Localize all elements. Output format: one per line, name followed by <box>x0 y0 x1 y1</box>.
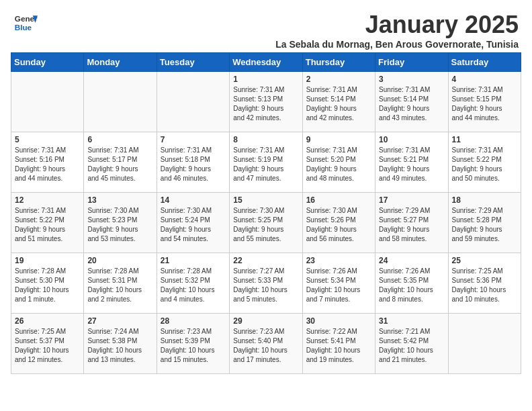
day-cell: 27Sunrise: 7:24 AM Sunset: 5:38 PM Dayli… <box>84 314 157 374</box>
week-row-1: 1Sunrise: 7:31 AM Sunset: 5:13 PM Daylig… <box>11 72 521 132</box>
day-cell: 13Sunrise: 7:30 AM Sunset: 5:23 PM Dayli… <box>84 193 157 253</box>
cell-info: Sunrise: 7:30 AM Sunset: 5:24 PM Dayligh… <box>161 206 226 244</box>
day-cell: 5Sunrise: 7:31 AM Sunset: 5:16 PM Daylig… <box>11 132 84 193</box>
day-number: 12 <box>15 195 80 205</box>
day-number: 1 <box>233 75 298 84</box>
cell-info: Sunrise: 7:31 AM Sunset: 5:16 PM Dayligh… <box>15 146 80 183</box>
location-subtitle: La Sebala du Mornag, Ben Arous Governora… <box>275 39 519 50</box>
day-number: 19 <box>15 256 80 265</box>
day-number: 3 <box>379 75 444 84</box>
day-cell: 18Sunrise: 7:29 AM Sunset: 5:28 PM Dayli… <box>448 193 521 253</box>
header-day-monday: Monday <box>84 53 157 72</box>
day-cell: 31Sunrise: 7:21 AM Sunset: 5:42 PM Dayli… <box>375 314 448 374</box>
header-day-sunday: Sunday <box>11 53 84 72</box>
cell-info: Sunrise: 7:28 AM Sunset: 5:30 PM Dayligh… <box>15 267 80 304</box>
day-number: 11 <box>452 135 517 144</box>
cell-info: Sunrise: 7:28 AM Sunset: 5:32 PM Dayligh… <box>161 267 226 304</box>
day-cell: 17Sunrise: 7:29 AM Sunset: 5:27 PM Dayli… <box>375 193 448 253</box>
day-number: 22 <box>233 256 298 265</box>
day-cell: 12Sunrise: 7:31 AM Sunset: 5:22 PM Dayli… <box>11 193 84 253</box>
day-cell <box>11 72 84 132</box>
logo: General Blue <box>13 11 38 35</box>
day-cell: 3Sunrise: 7:31 AM Sunset: 5:14 PM Daylig… <box>375 72 448 132</box>
cell-info: Sunrise: 7:22 AM Sunset: 5:41 PM Dayligh… <box>306 327 371 365</box>
cell-info: Sunrise: 7:31 AM Sunset: 5:14 PM Dayligh… <box>306 85 371 123</box>
cell-info: Sunrise: 7:31 AM Sunset: 5:13 PM Dayligh… <box>233 85 298 123</box>
day-number: 23 <box>306 256 371 265</box>
cell-info: Sunrise: 7:21 AM Sunset: 5:42 PM Dayligh… <box>379 327 444 365</box>
cell-info: Sunrise: 7:30 AM Sunset: 5:25 PM Dayligh… <box>233 206 298 244</box>
cell-info: Sunrise: 7:31 AM Sunset: 5:22 PM Dayligh… <box>452 146 517 183</box>
day-cell: 26Sunrise: 7:25 AM Sunset: 5:37 PM Dayli… <box>11 314 84 374</box>
day-number: 15 <box>233 195 298 205</box>
day-number: 8 <box>233 135 298 144</box>
cell-info: Sunrise: 7:29 AM Sunset: 5:28 PM Dayligh… <box>452 206 517 244</box>
day-number: 7 <box>161 135 226 144</box>
day-number: 13 <box>87 195 152 205</box>
day-cell: 23Sunrise: 7:26 AM Sunset: 5:34 PM Dayli… <box>302 253 375 314</box>
cell-info: Sunrise: 7:31 AM Sunset: 5:18 PM Dayligh… <box>161 146 226 183</box>
day-cell <box>157 72 229 132</box>
cell-info: Sunrise: 7:31 AM Sunset: 5:22 PM Dayligh… <box>15 206 80 244</box>
day-number: 16 <box>306 195 371 205</box>
header-day-tuesday: Tuesday <box>157 53 229 72</box>
week-row-2: 5Sunrise: 7:31 AM Sunset: 5:16 PM Daylig… <box>11 132 521 193</box>
week-row-5: 26Sunrise: 7:25 AM Sunset: 5:37 PM Dayli… <box>11 314 521 374</box>
day-cell: 20Sunrise: 7:28 AM Sunset: 5:31 PM Dayli… <box>84 253 157 314</box>
cell-info: Sunrise: 7:28 AM Sunset: 5:31 PM Dayligh… <box>87 267 152 304</box>
day-cell: 15Sunrise: 7:30 AM Sunset: 5:25 PM Dayli… <box>230 193 302 253</box>
page-header: General Blue January 2025 La Sebala du M… <box>0 0 532 52</box>
day-cell: 22Sunrise: 7:27 AM Sunset: 5:33 PM Dayli… <box>230 253 302 314</box>
cell-info: Sunrise: 7:31 AM Sunset: 5:14 PM Dayligh… <box>379 85 444 123</box>
day-cell: 9Sunrise: 7:31 AM Sunset: 5:20 PM Daylig… <box>302 132 375 193</box>
logo-icon: General Blue <box>13 11 38 35</box>
day-cell: 4Sunrise: 7:31 AM Sunset: 5:15 PM Daylig… <box>448 72 521 132</box>
day-cell: 24Sunrise: 7:26 AM Sunset: 5:35 PM Dayli… <box>375 253 448 314</box>
cell-info: Sunrise: 7:26 AM Sunset: 5:34 PM Dayligh… <box>306 267 371 304</box>
header-day-wednesday: Wednesday <box>230 53 302 72</box>
cell-info: Sunrise: 7:25 AM Sunset: 5:36 PM Dayligh… <box>452 267 517 304</box>
day-number: 31 <box>379 316 444 326</box>
day-cell: 29Sunrise: 7:23 AM Sunset: 5:40 PM Dayli… <box>230 314 302 374</box>
day-number: 20 <box>87 256 152 265</box>
day-number: 28 <box>161 316 226 326</box>
day-cell: 21Sunrise: 7:28 AM Sunset: 5:32 PM Dayli… <box>157 253 229 314</box>
day-number: 25 <box>452 256 517 265</box>
calendar-table: SundayMondayTuesdayWednesdayThursdayFrid… <box>11 52 521 374</box>
day-cell: 11Sunrise: 7:31 AM Sunset: 5:22 PM Dayli… <box>448 132 521 193</box>
day-cell: 7Sunrise: 7:31 AM Sunset: 5:18 PM Daylig… <box>157 132 229 193</box>
cell-info: Sunrise: 7:30 AM Sunset: 5:23 PM Dayligh… <box>87 206 152 244</box>
cell-info: Sunrise: 7:29 AM Sunset: 5:27 PM Dayligh… <box>379 206 444 244</box>
header-day-thursday: Thursday <box>302 53 375 72</box>
week-row-3: 12Sunrise: 7:31 AM Sunset: 5:22 PM Dayli… <box>11 193 521 253</box>
calendar-wrapper: SundayMondayTuesdayWednesdayThursdayFrid… <box>0 52 532 385</box>
day-number: 2 <box>306 75 371 84</box>
cell-info: Sunrise: 7:31 AM Sunset: 5:15 PM Dayligh… <box>452 85 517 123</box>
title-block: January 2025 La Sebala du Mornag, Ben Ar… <box>275 11 519 50</box>
day-cell: 10Sunrise: 7:31 AM Sunset: 5:21 PM Dayli… <box>375 132 448 193</box>
day-number: 21 <box>161 256 226 265</box>
header-day-friday: Friday <box>375 53 448 72</box>
day-number: 29 <box>233 316 298 326</box>
day-cell: 19Sunrise: 7:28 AM Sunset: 5:30 PM Dayli… <box>11 253 84 314</box>
day-cell: 1Sunrise: 7:31 AM Sunset: 5:13 PM Daylig… <box>230 72 302 132</box>
day-cell: 2Sunrise: 7:31 AM Sunset: 5:14 PM Daylig… <box>302 72 375 132</box>
cell-info: Sunrise: 7:31 AM Sunset: 5:20 PM Dayligh… <box>306 146 371 183</box>
cell-info: Sunrise: 7:23 AM Sunset: 5:39 PM Dayligh… <box>161 327 226 365</box>
cell-info: Sunrise: 7:30 AM Sunset: 5:26 PM Dayligh… <box>306 206 371 244</box>
week-row-4: 19Sunrise: 7:28 AM Sunset: 5:30 PM Dayli… <box>11 253 521 314</box>
day-number: 9 <box>306 135 371 144</box>
day-cell <box>84 72 157 132</box>
day-number: 6 <box>87 135 152 144</box>
day-cell: 16Sunrise: 7:30 AM Sunset: 5:26 PM Dayli… <box>302 193 375 253</box>
day-number: 18 <box>452 195 517 205</box>
svg-text:Blue: Blue <box>15 23 32 32</box>
header-row: SundayMondayTuesdayWednesdayThursdayFrid… <box>11 53 521 72</box>
day-cell: 14Sunrise: 7:30 AM Sunset: 5:24 PM Dayli… <box>157 193 229 253</box>
day-number: 24 <box>379 256 444 265</box>
cell-info: Sunrise: 7:27 AM Sunset: 5:33 PM Dayligh… <box>233 267 298 304</box>
month-title: January 2025 <box>275 11 519 39</box>
day-cell: 8Sunrise: 7:31 AM Sunset: 5:19 PM Daylig… <box>230 132 302 193</box>
cell-info: Sunrise: 7:26 AM Sunset: 5:35 PM Dayligh… <box>379 267 444 304</box>
cell-info: Sunrise: 7:23 AM Sunset: 5:40 PM Dayligh… <box>233 327 298 365</box>
